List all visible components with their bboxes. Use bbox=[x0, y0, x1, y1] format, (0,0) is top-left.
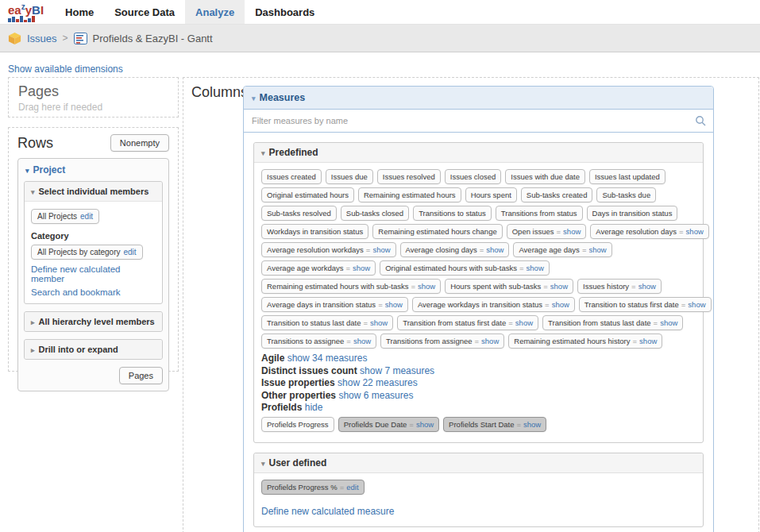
measure-group-toggle-link[interactable]: show 6 measures bbox=[338, 390, 413, 401]
measure-chip[interactable]: Original estimated hours bbox=[261, 187, 354, 202]
define-calculated-measure-link[interactable]: Define new calculated measure bbox=[261, 506, 696, 517]
eazybi-logo[interactable]: eazyBI bbox=[0, 0, 55, 24]
pages-drop-zone[interactable]: Pages Drag here if needed bbox=[8, 77, 179, 118]
measure-chip[interactable]: Profields Start Date=show bbox=[443, 417, 546, 432]
show-link[interactable]: show bbox=[418, 282, 435, 291]
edit-link[interactable]: edit bbox=[346, 483, 358, 492]
show-link[interactable]: show bbox=[515, 318, 533, 327]
show-link[interactable]: show bbox=[523, 420, 541, 429]
all-hierarchy-level-members-header[interactable]: ▸All hierarchy level members bbox=[25, 312, 162, 331]
measure-chip-label: Original estimated hours bbox=[267, 191, 349, 199]
measure-chip[interactable]: Issues resolved bbox=[377, 169, 441, 184]
show-link[interactable]: show bbox=[660, 318, 677, 327]
measure-chip[interactable]: Average age workdays=show bbox=[261, 260, 376, 276]
measure-chip[interactable]: Profields Progress bbox=[261, 417, 334, 432]
breadcrumb-account-link[interactable]: Issues bbox=[27, 33, 57, 44]
measure-chip[interactable]: Issues due bbox=[326, 169, 373, 184]
measure-chip[interactable]: Transitions to assignee=show bbox=[261, 333, 376, 349]
measure-chip[interactable]: Original estimated hours with sub-tasks=… bbox=[380, 260, 550, 276]
project-dimension-header[interactable]: ▾Project bbox=[18, 159, 168, 181]
measure-chip-row: Issues createdIssues dueIssues resolvedI… bbox=[261, 169, 696, 184]
move-to-pages-button[interactable]: Pages bbox=[119, 367, 163, 384]
measure-chip[interactable]: Workdays in transition status bbox=[261, 224, 368, 239]
show-link[interactable]: show bbox=[588, 245, 606, 254]
show-link[interactable]: show bbox=[353, 264, 370, 272]
measure-chip[interactable]: Profields Progress %=edit bbox=[261, 480, 365, 495]
show-link[interactable]: show bbox=[639, 337, 657, 345]
measure-chip[interactable]: Transition from status last date=show bbox=[542, 315, 683, 330]
show-link[interactable]: show bbox=[638, 282, 656, 291]
measures-panel-header[interactable]: ▾Measures bbox=[244, 87, 713, 110]
measure-chip[interactable]: Transition to status first date=show bbox=[579, 297, 712, 312]
measure-chip[interactable]: Average resolution workdays=show bbox=[261, 242, 396, 257]
measure-chip[interactable]: Issues with due date bbox=[505, 169, 585, 184]
edit-member-link[interactable]: edit bbox=[80, 212, 93, 221]
edit-member-link[interactable]: edit bbox=[124, 248, 137, 256]
measure-chip[interactable]: Profields Due Date=show bbox=[338, 417, 439, 432]
measure-group-toggle-link[interactable]: hide bbox=[305, 402, 323, 413]
measure-chip[interactable]: Remaining estimated hours with sub-tasks… bbox=[261, 279, 441, 294]
nav-item-source-data[interactable]: Source Data bbox=[104, 0, 185, 24]
measure-chip[interactable]: Issues last updated bbox=[589, 169, 665, 184]
measure-group-toggle-link[interactable]: show 22 measures bbox=[338, 377, 418, 388]
measure-group-toggle-link[interactable]: show 7 measures bbox=[360, 365, 434, 376]
search-and-bookmark-link[interactable]: Search and bookmark bbox=[31, 287, 156, 297]
measure-chip[interactable]: Average resolution days=show bbox=[590, 224, 709, 239]
measure-chip[interactable]: Transitions from assignee=show bbox=[380, 333, 504, 349]
show-link[interactable]: show bbox=[552, 300, 569, 309]
measure-chip[interactable]: Hours spent bbox=[465, 187, 517, 202]
measure-group-label: Distinct issues count bbox=[261, 365, 357, 376]
nav-item-analyze[interactable]: Analyze bbox=[185, 0, 245, 24]
nav-item-home[interactable]: Home bbox=[55, 0, 104, 24]
select-individual-members-header[interactable]: ▾Select individual members bbox=[25, 182, 162, 202]
show-link[interactable]: show bbox=[563, 227, 581, 236]
measure-chip[interactable]: Sub-tasks closed bbox=[341, 206, 409, 221]
show-link[interactable]: show bbox=[527, 264, 544, 272]
measure-chip[interactable]: Transitions to status bbox=[413, 206, 492, 221]
show-available-dimensions-link[interactable]: Show available dimensions bbox=[8, 64, 123, 75]
measure-chip[interactable]: Open issues=show bbox=[507, 224, 587, 239]
measure-chip[interactable]: Remaining estimated hours bbox=[358, 187, 461, 202]
measure-chip[interactable]: Average days in transition status=show bbox=[261, 297, 408, 312]
member-chip-all-projects[interactable]: All Projectsedit bbox=[31, 209, 99, 224]
measure-chip[interactable]: Days in transition status bbox=[587, 206, 678, 221]
nav-item-dashboards[interactable]: Dashboards bbox=[245, 0, 325, 24]
measure-chip[interactable]: Average age days=show bbox=[513, 242, 611, 257]
measure-chip[interactable]: Average closing days=show bbox=[400, 242, 510, 257]
measure-chip[interactable]: Average workdays in transition status=sh… bbox=[412, 297, 575, 312]
measure-chip[interactable]: Issues closed bbox=[445, 169, 502, 184]
measure-chip[interactable]: Sub-tasks created bbox=[521, 187, 593, 202]
measure-chip[interactable]: Transition to status last date=show bbox=[261, 315, 393, 330]
show-link[interactable]: show bbox=[486, 245, 503, 254]
nonempty-button[interactable]: Nonempty bbox=[110, 134, 169, 152]
measure-chip[interactable]: Transitions from status bbox=[496, 206, 583, 221]
define-calculated-member-link[interactable]: Define new calculated member bbox=[31, 264, 156, 283]
filter-measures-input[interactable] bbox=[244, 110, 713, 132]
measure-group-toggle-link[interactable]: show 34 measures bbox=[287, 353, 368, 364]
drill-into-or-expand-section: ▸Drill into or expand bbox=[24, 339, 163, 360]
measure-chip[interactable]: Remaining estimated hours history=show bbox=[508, 333, 662, 349]
measure-chip[interactable]: Issues created bbox=[261, 169, 322, 184]
show-link[interactable]: show bbox=[372, 245, 390, 254]
member-chip-all-projects-by-category[interactable]: All Projects by categoryedit bbox=[31, 245, 143, 260]
show-link[interactable]: show bbox=[416, 420, 434, 429]
measure-chip[interactable]: Issues history=show bbox=[577, 279, 662, 294]
predefined-group-header[interactable]: ▾Predefined bbox=[254, 143, 703, 163]
show-link[interactable]: show bbox=[688, 300, 705, 309]
measure-chip[interactable]: Remaining estimated hours change bbox=[372, 224, 502, 239]
breadcrumb: Issues > Profields & EazyBI - Gantt bbox=[0, 25, 760, 52]
measure-chip-label: Remaining estimated hours history bbox=[514, 337, 630, 345]
measure-chip[interactable]: Sub-tasks due bbox=[596, 187, 656, 202]
user-defined-group-header[interactable]: ▾User defined bbox=[254, 453, 703, 473]
measure-chip[interactable]: Sub-tasks resolved bbox=[261, 206, 337, 221]
drill-into-or-expand-header[interactable]: ▸Drill into or expand bbox=[25, 340, 162, 359]
columns-drop-zone: Columns ▾Measures ▾Predefined Issues cre… bbox=[183, 77, 759, 532]
show-link[interactable]: show bbox=[550, 282, 568, 291]
measure-chip[interactable]: Transition from status first date=show bbox=[397, 315, 538, 330]
show-link[interactable]: show bbox=[370, 318, 388, 327]
show-link[interactable]: show bbox=[353, 337, 371, 345]
show-link[interactable]: show bbox=[686, 227, 704, 236]
show-link[interactable]: show bbox=[481, 337, 499, 345]
measure-chip[interactable]: Hours spent with sub-tasks=show bbox=[445, 279, 573, 294]
show-link[interactable]: show bbox=[385, 300, 403, 309]
